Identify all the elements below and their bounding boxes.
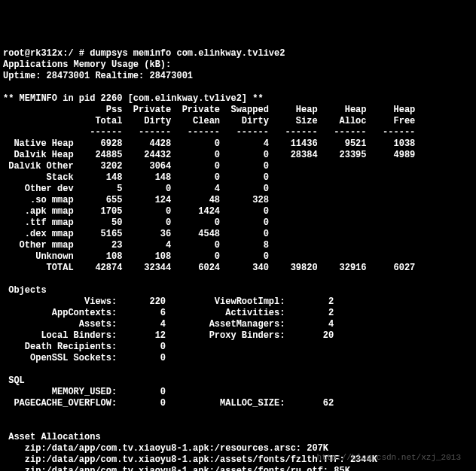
sql-line: PAGECACHE_OVERFLOW: 0 MALLOC_SIZE: 62 — [3, 398, 334, 409]
table-row: Other mmap 23 4 0 8 — [3, 240, 269, 251]
column-rule: ------ ------ ------ ------ ------ -----… — [3, 127, 415, 138]
table-row: Native Heap 6928 4428 0 4 11436 9521 103… — [3, 138, 415, 149]
meminfo-title: ** MEMINFO in pid 2260 [com.elinkway.tvl… — [3, 93, 264, 104]
objects-line: Assets: 4 AssetManagers: 4 — [3, 319, 334, 330]
sql-line: MEMORY_USED: 0 — [3, 387, 166, 397]
objects-line: Local Binders: 12 Proxy Binders: 20 — [3, 330, 334, 341]
table-row: Dalvik Heap 24885 24432 0 0 28384 23395 … — [3, 150, 415, 160]
command: dumpsys meminfo com.elinkway.tvlive2 — [90, 48, 285, 59]
watermark-text: http://blog.csdn.net/xzj_2013 — [317, 452, 461, 463]
objects-line: OpenSSL Sockets: 0 — [3, 353, 166, 363]
table-row: Unknown 108 108 0 0 — [3, 251, 269, 262]
column-header-1: Pss Private Private Swapped Heap Heap He… — [3, 105, 415, 115]
column-header-2: Total Dirty Clean Dirty Size Alloc Free — [3, 116, 415, 126]
table-row: Dalvik Other 3202 3064 0 0 — [3, 161, 269, 172]
table-row: Stack 148 148 0 0 — [3, 172, 269, 183]
objects-line: AppContexts: 6 Activities: 2 — [3, 308, 334, 318]
objects-line: Views: 220 ViewRootImpl: 2 — [3, 296, 334, 307]
asset-line: zip:/data/app/com.tv.xiaoyu8-1.apk:/reso… — [3, 443, 328, 454]
apps-header: Applications Memory Usage (kB): — [3, 59, 171, 70]
table-row-total: TOTAL 42874 32344 6024 340 39820 32916 6… — [3, 263, 415, 273]
table-row: .apk mmap 1705 0 1424 0 — [3, 206, 269, 217]
table-row: .so mmap 655 124 48 328 — [3, 195, 269, 205]
objects-line: Death Recipients: 0 — [3, 342, 166, 352]
table-row: .dex mmap 5165 36 4548 0 — [3, 229, 269, 239]
uptime-line: Uptime: 28473001 Realtime: 28473001 — [3, 71, 193, 81]
asset-title: Asset Allocations — [3, 432, 101, 442]
objects-title: Objects — [3, 285, 47, 296]
asset-line: zip:/data/app/com.tv.xiaoyu8-1.apk:/asse… — [3, 466, 350, 471]
shell-prompt[interactable]: root@rk312x:/ # dumpsys meminfo com.elin… — [3, 48, 285, 59]
sql-title: SQL — [3, 375, 25, 386]
table-row: Other dev 5 0 4 0 — [3, 184, 269, 194]
table-row: .ttf mmap 50 0 0 0 — [3, 217, 269, 228]
